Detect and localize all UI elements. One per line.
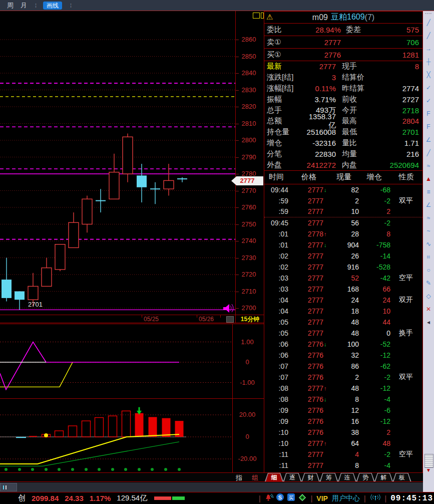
index-name[interactable]: 创 [18,493,26,503]
clock: 09:45:13 [390,494,433,503]
tick-volume: 8 [330,395,359,403]
angle-line-icon[interactable]: ∠ [423,133,434,146]
check-line-icon[interactable]: ✓ [423,81,434,94]
channel-line-icon[interactable]: ╱ [423,146,434,159]
advance-decline-bars [154,496,185,500]
vip-label[interactable]: VIP [316,494,328,502]
axis-handle-box[interactable] [226,316,234,323]
pane-tab-指[interactable]: 指 [236,473,242,482]
field-value: 216 [374,150,419,158]
tick-column-header[interactable]: 时间 [264,172,288,182]
detail-tab-解[interactable]: 解 [374,473,393,481]
maximize-pane-icon[interactable] [253,13,260,19]
wave-line-icon[interactable]: ≈ [423,159,434,172]
tick-price: 2776 [288,417,323,425]
tick-column-header[interactable]: 价格 [288,172,329,182]
horizontal-scrollbar[interactable] [0,482,423,492]
scroll-down-icon[interactable]: ▼ [423,467,434,473]
tick-oi-change: -14 [359,252,390,260]
quote-info-row: 增仓-32316量比1.71 [264,138,422,149]
connection-signal-icon [370,493,381,503]
tick-row: :5927772-2双平 [264,195,422,206]
tick-oi-change: -2 [359,219,390,227]
detail-tab-筹[interactable]: 筹 [320,473,338,481]
arrow-line-icon[interactable]: → [423,42,434,55]
tick-row: :102777↑6448 [264,438,422,449]
detail-tab-连[interactable]: 连 [338,473,356,481]
candlestick-chart[interactable]: 2701 [0,11,235,315]
parallel-lines-icon[interactable]: ≡ [423,185,434,198]
pencil-tool-icon[interactable]: ✎ [423,277,434,290]
field-value: -32316 [304,139,336,147]
scrollbar-thumb[interactable] [0,483,17,491]
period-selector[interactable]: 15分钟 [235,315,264,323]
field-label: 持仓量 [267,127,304,137]
tick-column-header[interactable]: 增仓 [358,172,390,182]
draw-line-button[interactable]: 画线 [43,2,62,10]
sine-line-icon[interactable]: ∿ [423,237,434,250]
menu-month[interactable]: 月 [21,1,27,10]
instrument-code: m09 [312,13,328,22]
macd-indicator-pane[interactable] [0,398,232,473]
tick-row: :02277726-14 [264,250,422,262]
scroll-up-icon[interactable]: ▲ [423,172,434,185]
tick-column-header[interactable]: 性质 [390,172,422,182]
segment-line-icon[interactable]: ╱ [423,29,434,42]
svg-text:S: S [278,494,282,500]
field-label: 外盘 [267,160,304,170]
tick-time: :02 [264,252,288,260]
tick-volume: 4 [330,450,359,458]
tick-time: :08 [264,384,288,392]
tick-column-header[interactable]: 现量 [329,172,358,182]
detail-tab-细[interactable]: 细 [265,473,283,481]
tick-scrollbar-thumb[interactable] [424,454,433,468]
polyline-icon[interactable]: ✓ [423,94,434,107]
ask-row[interactable]: 卖① 2777 706 [264,36,422,49]
tick-table[interactable]: 09:442777↓82-68:5927772-2双平:59277710209:… [264,184,422,471]
tick-volume: 48 [330,384,359,392]
gann-fan-icon[interactable]: ∠ [423,198,434,211]
grid-tool-icon[interactable]: ⌗ [423,250,434,264]
fibonacci-fan-icon[interactable]: F [423,120,434,133]
ask-volume: 706 [382,38,419,47]
trend-line-icon[interactable]: ╱ [423,16,434,29]
diamond-icon[interactable] [298,493,307,504]
tick-oi-change: -4 [359,461,390,469]
shape-tool-icon[interactable]: ◇ [423,290,434,303]
oscillator-indicator-pane[interactable] [0,324,232,399]
detail-tab-板[interactable]: 板 [393,473,411,481]
detail-tab-势[interactable]: 势 [356,473,375,481]
cycle-line-icon[interactable]: ≈ [423,211,434,224]
detail-tab-逐[interactable]: 逐 [283,473,302,481]
cross-tool-icon[interactable]: ╳ [423,68,434,81]
tick-row: :09277612-6 [264,405,422,416]
buy-badge-icon[interactable]: 买 [287,493,295,504]
separator: | [311,494,313,502]
tick-time: :08 [264,395,288,403]
s-coin-icon[interactable]: S [276,493,284,504]
bid-row[interactable]: 买① 2776 1281 [264,49,422,61]
instrument-title[interactable]: ⚠ m09 豆粕1609 (7) [264,11,422,24]
collapse-strip-icon[interactable]: ◂ [423,316,434,329]
tick-volume: 52 [330,274,359,282]
quote-info-row: 分笔22830均量216 [264,148,422,159]
toolbar-separator-icon: ⁞ [35,3,36,9]
cross-line-icon[interactable]: ┼ [423,55,434,68]
field-value: 2774 [374,84,419,93]
tick-price: 2776 [288,428,323,436]
delete-drawing-icon[interactable]: ✕ [423,303,434,316]
pane-tab-组[interactable]: 组 [252,473,258,482]
menu-week[interactable]: 周 [7,1,14,10]
strip-grip-icon[interactable]: ▪▪▪▪ [423,11,434,16]
field-value: 1.71 [374,139,419,147]
alert-bell-icon[interactable] [265,493,273,504]
pane-split-icons[interactable] [253,13,264,19]
detail-tab-财[interactable]: 财 [301,473,320,481]
fibonacci-icon[interactable]: F [423,107,434,120]
curve-icon[interactable]: ~ [423,224,434,237]
tick-price: 2777 [288,197,323,205]
user-center-link[interactable]: 用户中心 [332,494,360,503]
tick-volume: 18 [330,307,359,315]
tick-price: 2777 [288,329,323,337]
circle-tool-icon[interactable]: ○ [423,264,434,277]
